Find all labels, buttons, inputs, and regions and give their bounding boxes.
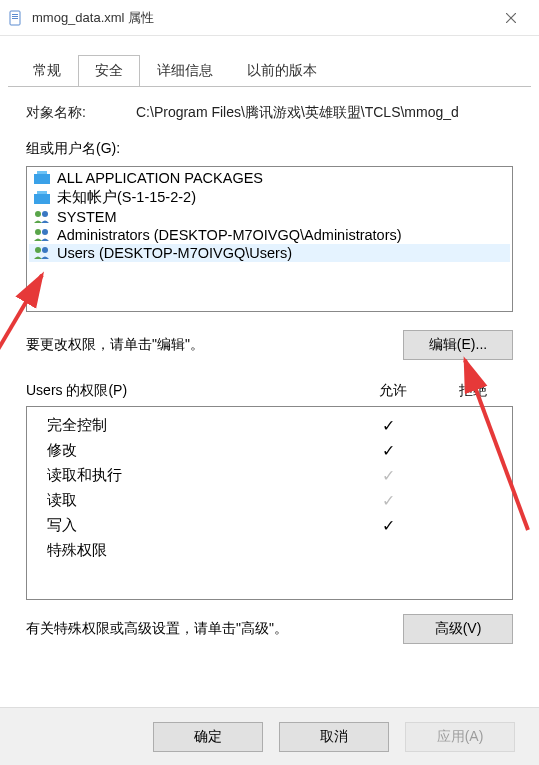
svg-point-13: [42, 229, 48, 235]
permissions-header-label: Users 的权限(P): [26, 382, 353, 400]
tab-underline: [8, 86, 531, 87]
permission-row: 完全控制✓: [31, 413, 508, 438]
permissions-col-deny: 拒绝: [433, 382, 513, 400]
list-item-label: 未知帐户(S-1-15-2-2): [57, 188, 196, 207]
tab-0[interactable]: 常规: [16, 55, 78, 87]
tab-3[interactable]: 以前的版本: [230, 55, 334, 87]
permissions-listbox: 完全控制✓修改✓读取和执行✓读取✓写入✓特殊权限: [26, 406, 513, 600]
svg-rect-9: [37, 191, 47, 194]
close-button[interactable]: [491, 4, 531, 32]
svg-rect-2: [12, 16, 18, 17]
permission-row: 写入✓: [31, 513, 508, 538]
ok-button-label: 确定: [194, 728, 222, 746]
package-icon: [33, 190, 51, 206]
edit-hint: 要更改权限，请单击"编辑"。: [26, 336, 204, 354]
permission-name: 完全控制: [47, 416, 348, 435]
object-name-label: 对象名称:: [26, 104, 136, 122]
svg-rect-7: [37, 171, 47, 174]
permission-row: 修改✓: [31, 438, 508, 463]
list-item-label: Users (DESKTOP-M7OIVGQ\Users): [57, 245, 292, 261]
list-item[interactable]: Administrators (DESKTOP-M7OIVGQ\Administ…: [29, 226, 510, 244]
list-item[interactable]: 未知帐户(S-1-15-2-2): [29, 187, 510, 208]
users-icon: [33, 227, 51, 243]
groups-label: 组或用户名(G):: [26, 140, 513, 158]
permission-row: 读取和执行✓: [31, 463, 508, 488]
permission-allow: ✓: [348, 516, 428, 535]
object-name-value: C:\Program Files\腾讯游戏\英雄联盟\TCLS\mmog_d: [136, 104, 513, 122]
tab-1[interactable]: 安全: [78, 55, 140, 87]
file-icon: [8, 10, 24, 26]
permission-name: 特殊权限: [47, 541, 348, 560]
advanced-button-label: 高级(V): [435, 620, 482, 638]
apply-button-label: 应用(A): [437, 728, 484, 746]
package-icon: [33, 170, 51, 186]
permission-name: 写入: [47, 516, 348, 535]
cancel-button[interactable]: 取消: [279, 722, 389, 752]
advanced-button[interactable]: 高级(V): [403, 614, 513, 644]
svg-point-14: [35, 247, 41, 253]
permission-allow: ✓: [348, 491, 428, 510]
tab-2[interactable]: 详细信息: [140, 55, 230, 87]
edit-button[interactable]: 编辑(E)...: [403, 330, 513, 360]
list-item-label: Administrators (DESKTOP-M7OIVGQ\Administ…: [57, 227, 402, 243]
list-item-label: ALL APPLICATION PACKAGES: [57, 170, 263, 186]
svg-point-11: [42, 211, 48, 217]
list-item[interactable]: ALL APPLICATION PACKAGES: [29, 169, 510, 187]
permission-name: 修改: [47, 441, 348, 460]
permission-row: 读取✓: [31, 488, 508, 513]
permission-name: 读取: [47, 491, 348, 510]
users-icon: [33, 209, 51, 225]
svg-point-10: [35, 211, 41, 217]
list-item[interactable]: Users (DESKTOP-M7OIVGQ\Users): [29, 244, 510, 262]
permission-allow: ✓: [348, 416, 428, 435]
ok-button[interactable]: 确定: [153, 722, 263, 752]
permissions-col-allow: 允许: [353, 382, 433, 400]
permission-allow: ✓: [348, 466, 428, 485]
svg-rect-8: [34, 194, 50, 204]
edit-button-label: 编辑(E)...: [429, 336, 487, 354]
apply-button[interactable]: 应用(A): [405, 722, 515, 752]
users-icon: [33, 245, 51, 261]
window-title: mmog_data.xml 属性: [32, 9, 491, 27]
svg-rect-3: [12, 18, 18, 19]
advanced-hint: 有关特殊权限或高级设置，请单击"高级"。: [26, 620, 288, 638]
svg-point-15: [42, 247, 48, 253]
tab-strip: 常规安全详细信息以前的版本: [0, 54, 539, 86]
titlebar: mmog_data.xml 属性: [0, 0, 539, 36]
permission-allow: ✓: [348, 441, 428, 460]
dialog-button-bar: 确定 取消 应用(A): [0, 707, 539, 765]
svg-rect-1: [12, 14, 18, 15]
list-item[interactable]: SYSTEM: [29, 208, 510, 226]
list-item-label: SYSTEM: [57, 209, 117, 225]
permission-name: 读取和执行: [47, 466, 348, 485]
cancel-button-label: 取消: [320, 728, 348, 746]
svg-rect-6: [34, 174, 50, 184]
groups-listbox[interactable]: ALL APPLICATION PACKAGES未知帐户(S-1-15-2-2)…: [26, 166, 513, 312]
permission-row: 特殊权限: [31, 538, 508, 563]
svg-point-12: [35, 229, 41, 235]
